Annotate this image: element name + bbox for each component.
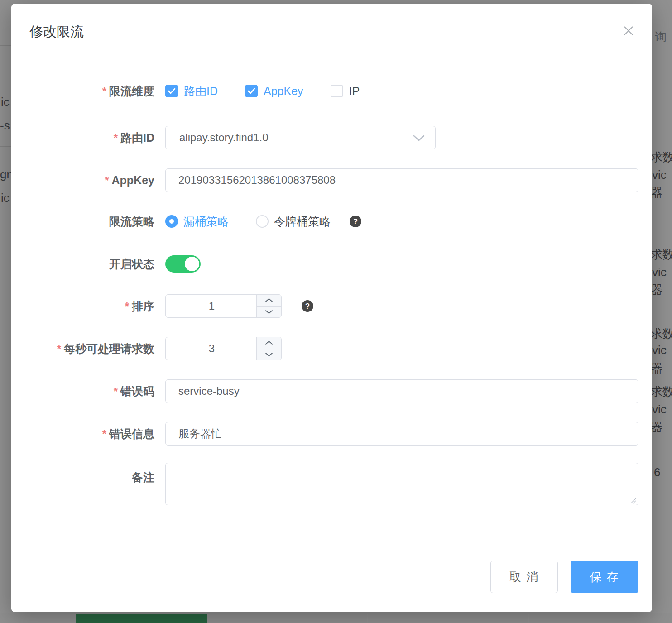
required-asterisk: * [114,132,118,144]
checkbox-checked-icon[interactable] [245,85,258,97]
form-row-route-id: *路由ID alipay.story.find1.0 [11,126,638,149]
radio-unselected-icon[interactable] [256,215,269,228]
sort-number-input [165,294,282,318]
appkey-input[interactable] [165,168,638,192]
dialog-footer: 取 消 保 存 [490,561,638,593]
required-asterisk: * [125,300,129,312]
field-label-dimension: *限流维度 [11,84,165,99]
dialog-title: 修改限流 [29,23,84,41]
field-label-enabled: *开启状态 [11,257,165,272]
radio-label: 令牌桶策略 [274,214,331,229]
checkbox-label: IP [349,85,360,98]
chevron-down-icon [265,352,273,357]
chevron-down-icon [265,310,273,314]
chevron-down-icon [413,134,425,144]
checkbox-route-id[interactable]: 路由ID [165,84,218,99]
form-row-sort: *排序 [11,294,638,318]
checkbox-checked-icon[interactable] [165,85,178,97]
form-row-error-code: *错误码 [11,379,638,403]
help-icon[interactable] [350,216,361,227]
required-asterisk: * [57,343,61,355]
checkbox-appkey[interactable]: AppKey [245,85,303,98]
cancel-button[interactable]: 取 消 [490,561,558,593]
checkbox-label: 路由ID [184,84,218,99]
form-row-remark: *备注 [11,463,638,505]
form-row-error-message: *错误信息 [11,422,638,446]
remark-textarea[interactable] [165,463,638,505]
form-row-dimension: *限流维度 路由ID AppKey IP [11,84,638,98]
checkbox-ip[interactable]: IP [331,85,360,98]
chevron-up-icon [265,340,273,345]
form-row-appkey: *AppKey [11,168,638,192]
radio-leaky-bucket[interactable]: 漏桶策略 [165,214,229,229]
qps-number-input [165,337,282,360]
field-label-appkey: *AppKey [11,174,165,187]
radio-token-bucket[interactable]: 令牌桶策略 [256,214,331,229]
required-asterisk: * [102,428,106,440]
close-icon [622,24,635,38]
form-row-qps: *每秒可处理请求数 [11,337,638,360]
required-asterisk: * [114,385,118,398]
field-label-route-id: *路由ID [11,130,165,145]
field-label-error-message: *错误信息 [11,427,165,441]
field-label-sort: *排序 [11,299,165,314]
error-message-input[interactable] [165,422,638,446]
radio-selected-icon[interactable] [165,215,178,228]
field-label-strategy: *限流策略 [11,214,165,229]
stepper-increase-button[interactable] [257,337,281,349]
required-asterisk: * [102,85,106,97]
enabled-toggle-on[interactable] [165,255,201,273]
field-label-qps: *每秒可处理请求数 [11,341,165,356]
stepper-increase-button[interactable] [257,295,281,307]
form-row-strategy: *限流策略 漏桶策略 令牌桶策略 [11,214,638,229]
close-button[interactable] [620,23,637,39]
help-icon[interactable] [302,300,313,312]
error-code-input[interactable] [165,379,638,403]
radio-label: 漏桶策略 [183,214,229,229]
field-label-error-code: *错误码 [11,384,165,399]
form-row-enabled: *开启状态 [11,255,638,273]
route-id-selected-value: alipay.story.find1.0 [179,131,269,144]
stepper-decrease-button[interactable] [257,349,281,360]
save-button[interactable]: 保 存 [571,561,638,593]
edit-rate-limit-dialog: 修改限流 *限流维度 路由ID AppKey IP [11,4,652,612]
chevron-up-icon [265,298,273,302]
checkbox-unchecked-icon[interactable] [331,85,343,97]
field-label-remark: *备注 [11,463,165,485]
required-asterisk: * [105,174,109,187]
stepper-decrease-button[interactable] [257,307,281,318]
checkbox-label: AppKey [264,85,303,98]
route-id-select[interactable]: alipay.story.find1.0 [165,126,436,149]
